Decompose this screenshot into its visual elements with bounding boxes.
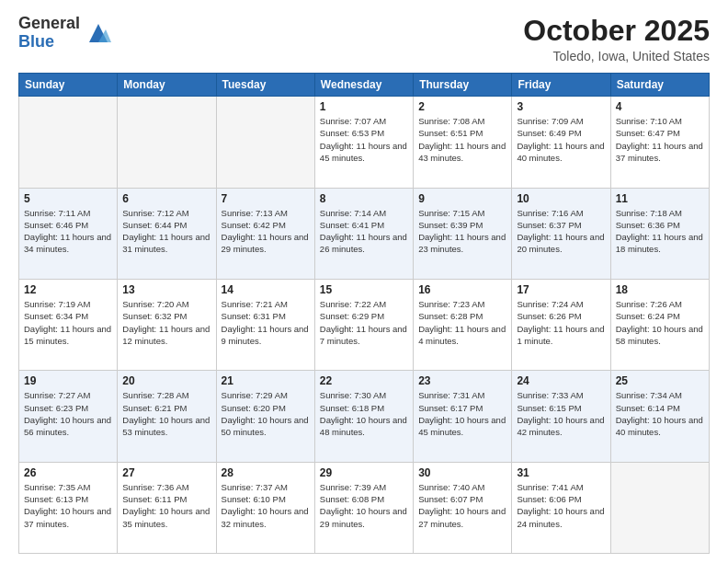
day-number: 7 [222,192,310,205]
table-row: 30Sunrise: 7:40 AM Sunset: 6:07 PM Dayli… [414,462,512,553]
day-number: 17 [517,283,605,296]
day-number: 16 [418,283,506,296]
title-area: October 2025 Toledo, Iowa, United States [523,15,710,63]
day-number: 24 [517,374,605,387]
month-title: October 2025 [523,15,710,47]
table-row: 8Sunrise: 7:14 AM Sunset: 6:41 PM Daylig… [314,188,413,279]
logo-icon [85,20,111,46]
day-number: 23 [418,374,506,387]
day-info: Sunrise: 7:27 AM Sunset: 6:23 PM Dayligh… [24,389,112,438]
day-number: 30 [418,466,506,479]
calendar-week-row: 5Sunrise: 7:11 AM Sunset: 6:46 PM Daylig… [19,188,710,279]
day-info: Sunrise: 7:41 AM Sunset: 6:06 PM Dayligh… [517,481,605,530]
calendar-week-row: 19Sunrise: 7:27 AM Sunset: 6:23 PM Dayli… [19,371,710,462]
day-number: 11 [616,192,704,205]
day-number: 13 [122,283,210,296]
day-number: 25 [616,374,704,387]
table-row [118,97,216,188]
col-thursday: Thursday [414,74,512,97]
day-info: Sunrise: 7:22 AM Sunset: 6:29 PM Dayligh… [320,298,408,347]
table-row: 2Sunrise: 7:08 AM Sunset: 6:51 PM Daylig… [414,97,512,188]
table-row: 23Sunrise: 7:31 AM Sunset: 6:17 PM Dayli… [414,371,512,462]
day-number: 27 [122,466,210,479]
day-number: 18 [616,283,704,296]
day-number: 14 [222,283,310,296]
table-row: 26Sunrise: 7:35 AM Sunset: 6:13 PM Dayli… [19,462,118,553]
table-row: 3Sunrise: 7:09 AM Sunset: 6:49 PM Daylig… [512,97,610,188]
col-saturday: Saturday [610,74,709,97]
table-row: 27Sunrise: 7:36 AM Sunset: 6:11 PM Dayli… [118,462,216,553]
day-info: Sunrise: 7:12 AM Sunset: 6:44 PM Dayligh… [122,207,210,256]
calendar-week-row: 12Sunrise: 7:19 AM Sunset: 6:34 PM Dayli… [19,279,710,370]
day-info: Sunrise: 7:08 AM Sunset: 6:51 PM Dayligh… [418,115,506,164]
table-row: 19Sunrise: 7:27 AM Sunset: 6:23 PM Dayli… [19,371,118,462]
page: General Blue October 2025 Toledo, Iowa, … [0,0,728,563]
day-info: Sunrise: 7:35 AM Sunset: 6:13 PM Dayligh… [24,481,112,530]
day-info: Sunrise: 7:26 AM Sunset: 6:24 PM Dayligh… [616,298,704,347]
day-info: Sunrise: 7:37 AM Sunset: 6:10 PM Dayligh… [222,481,310,530]
table-row: 13Sunrise: 7:20 AM Sunset: 6:32 PM Dayli… [118,279,216,370]
day-number: 28 [222,466,310,479]
calendar-header-row: Sunday Monday Tuesday Wednesday Thursday… [19,74,710,97]
table-row: 25Sunrise: 7:34 AM Sunset: 6:14 PM Dayli… [610,371,709,462]
day-number: 15 [320,283,408,296]
table-row [216,97,314,188]
table-row: 10Sunrise: 7:16 AM Sunset: 6:37 PM Dayli… [512,188,610,279]
calendar-week-row: 26Sunrise: 7:35 AM Sunset: 6:13 PM Dayli… [19,462,710,553]
day-number: 2 [418,100,506,113]
day-info: Sunrise: 7:07 AM Sunset: 6:53 PM Dayligh… [320,115,408,164]
day-info: Sunrise: 7:19 AM Sunset: 6:34 PM Dayligh… [24,298,112,347]
table-row: 17Sunrise: 7:24 AM Sunset: 6:26 PM Dayli… [512,279,610,370]
table-row: 12Sunrise: 7:19 AM Sunset: 6:34 PM Dayli… [19,279,118,370]
day-number: 21 [222,374,310,387]
col-wednesday: Wednesday [314,74,413,97]
col-tuesday: Tuesday [216,74,314,97]
table-row: 15Sunrise: 7:22 AM Sunset: 6:29 PM Dayli… [314,279,413,370]
header: General Blue October 2025 Toledo, Iowa, … [18,15,710,63]
day-number: 3 [517,100,605,113]
day-info: Sunrise: 7:11 AM Sunset: 6:46 PM Dayligh… [24,207,112,256]
table-row: 6Sunrise: 7:12 AM Sunset: 6:44 PM Daylig… [118,188,216,279]
table-row: 21Sunrise: 7:29 AM Sunset: 6:20 PM Dayli… [216,371,314,462]
day-info: Sunrise: 7:23 AM Sunset: 6:28 PM Dayligh… [418,298,506,347]
table-row [610,462,709,553]
table-row: 7Sunrise: 7:13 AM Sunset: 6:42 PM Daylig… [216,188,314,279]
logo: General Blue [18,15,111,52]
day-info: Sunrise: 7:15 AM Sunset: 6:39 PM Dayligh… [418,207,506,256]
day-info: Sunrise: 7:14 AM Sunset: 6:41 PM Dayligh… [320,207,408,256]
day-number: 12 [24,283,112,296]
day-info: Sunrise: 7:21 AM Sunset: 6:31 PM Dayligh… [222,298,310,347]
day-number: 8 [320,192,408,205]
table-row: 22Sunrise: 7:30 AM Sunset: 6:18 PM Dayli… [314,371,413,462]
logo-text: General Blue [18,15,80,52]
calendar-table: Sunday Monday Tuesday Wednesday Thursday… [18,73,710,554]
logo-blue: Blue [18,33,80,52]
day-info: Sunrise: 7:33 AM Sunset: 6:15 PM Dayligh… [517,389,605,438]
col-monday: Monday [118,74,216,97]
day-info: Sunrise: 7:10 AM Sunset: 6:47 PM Dayligh… [616,115,704,164]
table-row [19,97,118,188]
day-number: 9 [418,192,506,205]
table-row: 24Sunrise: 7:33 AM Sunset: 6:15 PM Dayli… [512,371,610,462]
table-row: 28Sunrise: 7:37 AM Sunset: 6:10 PM Dayli… [216,462,314,553]
day-number: 4 [616,100,704,113]
day-number: 19 [24,374,112,387]
day-info: Sunrise: 7:13 AM Sunset: 6:42 PM Dayligh… [222,207,310,256]
day-number: 20 [122,374,210,387]
day-number: 29 [320,466,408,479]
day-number: 31 [517,466,605,479]
day-number: 22 [320,374,408,387]
logo-general: General [18,15,80,33]
calendar-week-row: 1Sunrise: 7:07 AM Sunset: 6:53 PM Daylig… [19,97,710,188]
col-sunday: Sunday [19,74,118,97]
day-info: Sunrise: 7:36 AM Sunset: 6:11 PM Dayligh… [122,481,210,530]
day-number: 1 [320,100,408,113]
table-row: 29Sunrise: 7:39 AM Sunset: 6:08 PM Dayli… [314,462,413,553]
table-row: 31Sunrise: 7:41 AM Sunset: 6:06 PM Dayli… [512,462,610,553]
day-info: Sunrise: 7:09 AM Sunset: 6:49 PM Dayligh… [517,115,605,164]
table-row: 1Sunrise: 7:07 AM Sunset: 6:53 PM Daylig… [314,97,413,188]
table-row: 11Sunrise: 7:18 AM Sunset: 6:36 PM Dayli… [610,188,709,279]
table-row: 14Sunrise: 7:21 AM Sunset: 6:31 PM Dayli… [216,279,314,370]
day-info: Sunrise: 7:30 AM Sunset: 6:18 PM Dayligh… [320,389,408,438]
day-info: Sunrise: 7:18 AM Sunset: 6:36 PM Dayligh… [616,207,704,256]
